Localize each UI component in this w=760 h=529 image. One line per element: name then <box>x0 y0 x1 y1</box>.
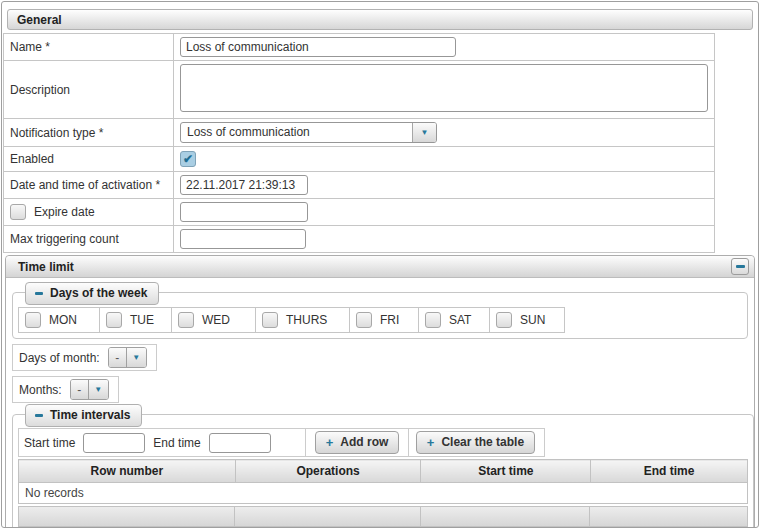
time-intervals-legend-label: Time intervals <box>50 408 130 422</box>
day-cell-wed: WED <box>172 308 256 332</box>
days-of-month-dropdown-button[interactable]: ▼ <box>126 348 146 367</box>
day-cell-sun: SUN <box>490 308 564 332</box>
chevron-down-icon: ▼ <box>132 354 140 362</box>
day-checkbox-mon[interactable] <box>25 312 41 328</box>
no-records-text: No records <box>19 483 748 504</box>
activation-datetime-input[interactable] <box>180 175 308 195</box>
grid-header-start-time[interactable]: Start time <box>421 460 591 483</box>
max-triggering-input[interactable] <box>180 229 306 249</box>
minus-icon <box>736 265 745 268</box>
grid-footer-cell <box>590 507 747 526</box>
row-description: Description <box>4 61 715 119</box>
day-cell-mon: MON <box>19 308 100 332</box>
activation-label: Date and time of activation * <box>4 172 174 199</box>
name-label: Name * <box>4 34 174 61</box>
day-label-tue: TUE <box>130 313 154 327</box>
chevron-down-icon: ▼ <box>421 129 429 137</box>
days-of-week-fieldset: Days of the week MON TUE WED <box>12 292 748 339</box>
day-checkbox-sun[interactable] <box>496 312 512 328</box>
expire-date-label: Expire date <box>34 205 95 219</box>
months-dropdown-button[interactable]: ▼ <box>88 380 108 399</box>
grid-header-end-time[interactable]: End time <box>591 460 748 483</box>
check-icon: ✔ <box>183 152 193 166</box>
time-limit-title: Time limit <box>18 260 74 274</box>
grid-footer-row <box>18 506 748 527</box>
months-combo[interactable]: - ▼ <box>70 379 109 400</box>
add-row-button-label: Add row <box>340 435 388 449</box>
day-cell-tue: TUE <box>100 308 172 332</box>
time-intervals-legend-button[interactable]: Time intervals <box>25 404 142 427</box>
row-activation: Date and time of activation * <box>4 172 715 199</box>
enabled-label: Enabled <box>4 147 174 172</box>
description-textarea[interactable] <box>180 64 708 112</box>
grid-header-row: Row number Operations Start time End tim… <box>19 460 748 483</box>
general-title: General <box>17 13 62 27</box>
clear-table-cell: + Clear the table <box>409 429 542 456</box>
row-max-triggering: Max triggering count <box>4 226 715 253</box>
day-checkbox-sat[interactable] <box>425 312 441 328</box>
day-cell-fri: FRI <box>350 308 419 332</box>
expire-date-input[interactable] <box>180 202 308 222</box>
start-time-label: Start time <box>24 436 75 450</box>
page-container: General Name * Description Notification … <box>1 1 759 528</box>
start-time-input[interactable] <box>83 433 145 453</box>
days-of-month-row: Days of month: - ▼ <box>12 344 157 371</box>
day-label-mon: MON <box>49 313 77 327</box>
minus-icon <box>35 292 43 295</box>
time-intervals-toolbar: Start time End time + Add row + <box>18 428 545 457</box>
grid-header-operations[interactable]: Operations <box>235 460 421 483</box>
max-triggering-label: Max triggering count <box>4 226 174 253</box>
day-label-fri: FRI <box>380 313 399 327</box>
grid-footer-cell <box>19 507 235 526</box>
day-checkbox-thurs[interactable] <box>262 312 278 328</box>
time-limit-body: Days of the week MON TUE WED <box>6 278 754 528</box>
time-intervals-grid: Row number Operations Start time End tim… <box>18 459 748 504</box>
name-input[interactable] <box>180 37 456 57</box>
clear-table-button[interactable]: + Clear the table <box>416 431 535 454</box>
time-limit-header: Time limit <box>6 256 754 278</box>
plus-icon: + <box>427 436 435 449</box>
months-label: Months: <box>19 383 62 397</box>
grid-header-row-number[interactable]: Row number <box>19 460 236 483</box>
plus-icon: + <box>326 436 334 449</box>
day-label-sat: SAT <box>449 313 471 327</box>
notification-type-combo[interactable]: Loss of communication ▼ <box>180 122 437 143</box>
day-label-sun: SUN <box>520 313 545 327</box>
grid-footer-cell <box>235 507 420 526</box>
day-checkbox-tue[interactable] <box>106 312 122 328</box>
notification-type-value[interactable]: Loss of communication <box>181 123 412 142</box>
grid-empty-row: No records <box>19 483 748 504</box>
enabled-checkbox[interactable]: ✔ <box>180 151 196 167</box>
day-cell-sat: SAT <box>419 308 490 332</box>
grid-footer-cell <box>421 507 591 526</box>
end-time-input[interactable] <box>209 433 271 453</box>
months-value[interactable]: - <box>71 380 88 399</box>
day-checkbox-fri[interactable] <box>356 312 372 328</box>
day-cell-thurs: THURS <box>256 308 350 332</box>
days-of-week-legend-label: Days of the week <box>50 286 147 300</box>
general-section-header: General <box>7 9 753 30</box>
days-of-month-combo[interactable]: - ▼ <box>108 347 147 368</box>
description-label: Description <box>4 61 174 119</box>
add-row-button[interactable]: + Add row <box>315 431 400 454</box>
row-enabled: Enabled ✔ <box>4 147 715 172</box>
day-label-thurs: THURS <box>286 313 327 327</box>
minus-icon <box>35 414 43 417</box>
time-inputs-cell: Start time End time <box>19 429 306 456</box>
end-time-label: End time <box>153 436 200 450</box>
time-intervals-fieldset: Time intervals Start time End time + Add… <box>12 414 754 528</box>
day-checkbox-wed[interactable] <box>178 312 194 328</box>
notification-type-dropdown-button[interactable]: ▼ <box>412 123 436 142</box>
time-limit-collapse-button[interactable] <box>731 258 749 275</box>
notification-type-label: Notification type * <box>4 119 174 147</box>
time-limit-panel: Time limit Days of the week MON <box>5 255 755 528</box>
months-row: Months: - ▼ <box>12 376 119 403</box>
row-expire-date: Expire date <box>4 199 715 226</box>
days-of-month-label: Days of month: <box>19 351 100 365</box>
row-name: Name * <box>4 34 715 61</box>
days-of-month-value[interactable]: - <box>109 348 126 367</box>
days-of-week-legend-button[interactable]: Days of the week <box>25 282 159 305</box>
expire-date-checkbox[interactable] <box>10 204 26 220</box>
chevron-down-icon: ▼ <box>94 386 102 394</box>
row-notification-type: Notification type * Loss of communicatio… <box>4 119 715 147</box>
